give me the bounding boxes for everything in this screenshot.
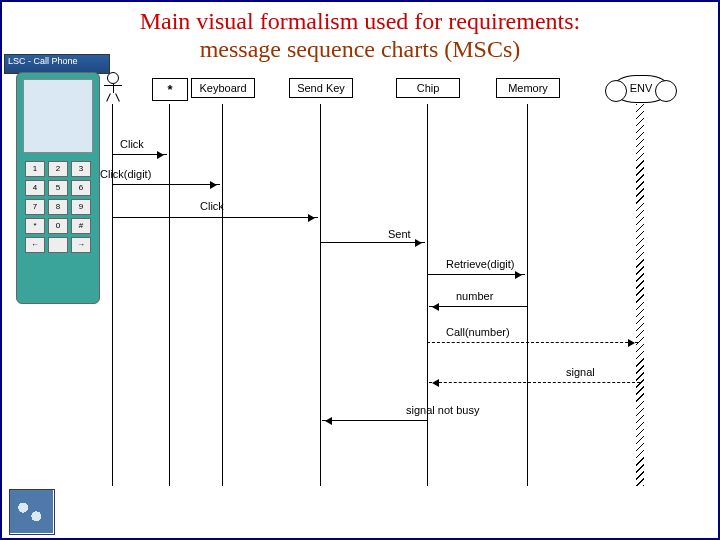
arrow-call bbox=[427, 342, 638, 343]
msg-sent: Sent bbox=[388, 228, 411, 240]
msg-clickdigit: Click(digit) bbox=[100, 168, 151, 180]
arrow-number bbox=[429, 306, 527, 307]
corner-logo bbox=[8, 488, 54, 534]
phone-body: 123456789*0#←→ bbox=[16, 72, 100, 304]
arrow-click bbox=[112, 154, 167, 155]
phone-mockup: LSC - Call Phone 123456789*0#←→ bbox=[16, 72, 98, 302]
chip-lifeline bbox=[427, 104, 428, 486]
user-box: * bbox=[152, 78, 188, 101]
arrow-signalnotbusy bbox=[322, 420, 427, 421]
msc-diagram: * Keyboard Send Key Chip Memory ENV Clic… bbox=[2, 72, 718, 496]
phone-key: # bbox=[71, 218, 91, 234]
msg-signal: signal bbox=[566, 366, 595, 378]
env-lifeline bbox=[636, 104, 644, 486]
phone-key: * bbox=[25, 218, 45, 234]
phone-screen bbox=[23, 79, 93, 153]
phone-key: 2 bbox=[48, 161, 68, 177]
actor-icon bbox=[106, 72, 120, 93]
sendkey-box: Send Key bbox=[289, 78, 353, 98]
phone-key: 9 bbox=[71, 199, 91, 215]
memory-lifeline bbox=[527, 104, 528, 486]
title-line2: message sequence charts (MSCs) bbox=[200, 36, 521, 62]
arrow-click2 bbox=[112, 217, 318, 218]
msg-retrieve: Retrieve(digit) bbox=[446, 258, 514, 270]
arrow-sent bbox=[320, 242, 425, 243]
phone-key: ← bbox=[25, 237, 45, 253]
phone-key: 7 bbox=[25, 199, 45, 215]
phone-key: 0 bbox=[48, 218, 68, 234]
env-cloud: ENV bbox=[612, 75, 670, 103]
phone-key: 3 bbox=[71, 161, 91, 177]
phone-key: 8 bbox=[48, 199, 68, 215]
keyboard-box: Keyboard bbox=[191, 78, 255, 98]
sendkey-lifeline bbox=[320, 104, 321, 486]
memory-box: Memory bbox=[496, 78, 560, 98]
phone-titlebar: LSC - Call Phone bbox=[4, 54, 110, 74]
phone-keypad: 123456789*0#←→ bbox=[25, 161, 91, 253]
msg-signalnotbusy: signal not busy bbox=[406, 404, 479, 416]
arrow-signal bbox=[429, 382, 640, 383]
phone-key: 1 bbox=[25, 161, 45, 177]
arrow-retrieve bbox=[427, 274, 525, 275]
msg-number: number bbox=[456, 290, 493, 302]
user-lifeline2 bbox=[169, 104, 170, 486]
chip-box: Chip bbox=[396, 78, 460, 98]
msg-click: Click bbox=[120, 138, 144, 150]
keyboard-lifeline bbox=[222, 104, 223, 486]
phone-key: → bbox=[71, 237, 91, 253]
arrow-clickdigit bbox=[112, 184, 220, 185]
title-line1: Main visual formalism used for requireme… bbox=[140, 8, 581, 34]
msg-call: Call(number) bbox=[446, 326, 510, 338]
phone-key bbox=[48, 237, 68, 253]
slide-frame: Main visual formalism used for requireme… bbox=[0, 0, 720, 540]
phone-key: 4 bbox=[25, 180, 45, 196]
user-lifeline bbox=[112, 104, 113, 486]
phone-key: 5 bbox=[48, 180, 68, 196]
phone-key: 6 bbox=[71, 180, 91, 196]
msg-click2: Click bbox=[200, 200, 224, 212]
